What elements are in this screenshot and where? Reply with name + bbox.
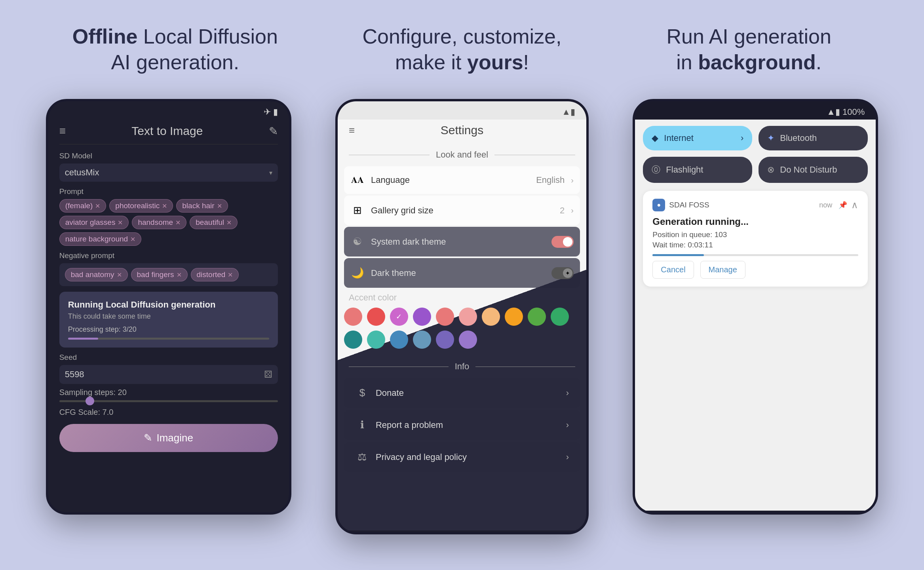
notif-collapse-icon[interactable]: ∧ xyxy=(851,200,858,211)
tile-bluetooth[interactable]: ✦ Bluetooth xyxy=(759,126,868,150)
tag-handsome[interactable]: handsome ✕ xyxy=(132,216,186,229)
color-12[interactable] xyxy=(367,331,385,349)
privacy-icon: ⚖ xyxy=(355,451,369,463)
language-label: Language xyxy=(371,175,530,185)
heading-1-bold: Offline xyxy=(72,25,138,48)
heading-1: Offline Local DiffusionAI generation. xyxy=(32,24,319,75)
dark-theme-toggle[interactable]: ✦ xyxy=(551,267,574,279)
neg-tag-fingers[interactable]: bad fingers ✕ xyxy=(131,268,188,281)
color-1[interactable] xyxy=(344,308,362,326)
donate-arrow: › xyxy=(566,388,569,398)
p1-sdmodel-box[interactable]: cetusMix ▾ xyxy=(59,163,278,182)
color-16[interactable] xyxy=(459,331,477,349)
color-15[interactable] xyxy=(436,331,454,349)
accent-label-row: Accent color xyxy=(338,289,586,304)
heading-2-bold: yours xyxy=(467,51,523,74)
tag-beautiful[interactable]: beautiful ✕ xyxy=(190,216,238,229)
report-icon: ℹ xyxy=(355,419,369,431)
heading-3-bold: background xyxy=(698,51,816,74)
setting-system-dark[interactable]: ☯ System dark theme xyxy=(344,227,580,256)
setting-gallery[interactable]: ⊞ Gallery grid size 2 › xyxy=(344,196,580,225)
notif-manage-btn[interactable]: Manage xyxy=(700,261,745,279)
tag-nature[interactable]: nature background ✕ xyxy=(59,232,141,246)
report-row[interactable]: ℹ Report a problem › xyxy=(344,410,580,440)
report-label: Report a problem xyxy=(376,420,560,430)
color-6[interactable] xyxy=(459,308,477,326)
setting-dark-theme[interactable]: 🌙 Dark theme ✦ xyxy=(344,258,580,288)
internet-arrow: › xyxy=(741,133,743,143)
internet-label: Internet xyxy=(664,133,694,143)
p2-settings-list: 𝐀𝐀 Language English › ⊞ Gallery grid siz… xyxy=(338,166,586,288)
language-icon: 𝐀𝐀 xyxy=(350,175,365,185)
privacy-arrow: › xyxy=(566,452,569,462)
toggle-dark-thumb: ✦ xyxy=(563,268,572,278)
p1-neg-box: bad anatomy ✕ bad fingers ✕ distorted ✕ xyxy=(59,263,278,286)
color-7[interactable] xyxy=(482,308,500,326)
tag-photorealistic[interactable]: photorealistic ✕ xyxy=(109,199,173,213)
p1-steps-slider[interactable] xyxy=(59,400,278,402)
color-2[interactable] xyxy=(367,308,385,326)
system-dark-toggle[interactable] xyxy=(551,236,574,248)
p1-seed-value: 5598 xyxy=(65,369,84,380)
color-14[interactable] xyxy=(413,331,431,349)
p3-content: ◆ Internet › ✦ Bluetooth ⓪ Flashlight ⊗ xyxy=(635,120,876,511)
tile-flashlight[interactable]: ⓪ Flashlight xyxy=(643,157,752,183)
neg-tag-anatomy[interactable]: bad anatomy ✕ xyxy=(65,268,128,281)
gallery-icon: ⊞ xyxy=(350,204,365,217)
color-4[interactable] xyxy=(413,308,431,326)
tile-internet[interactable]: ◆ Internet › xyxy=(643,126,752,150)
notif-app-icon: ● xyxy=(652,199,665,211)
donate-icon: $ xyxy=(355,387,369,399)
p2-look-divider: Look and feel xyxy=(338,143,586,166)
tile-dnd[interactable]: ⊗ Do Not Disturb xyxy=(759,157,868,183)
p1-status-right: ✈ ▮ xyxy=(264,107,278,117)
notif-title: Generation running... xyxy=(652,216,858,227)
setting-language[interactable]: 𝐀𝐀 Language English › xyxy=(344,166,580,194)
p2-status-bar: ▲▮ xyxy=(338,101,586,120)
dnd-label: Do Not Disturb xyxy=(780,165,837,175)
p1-seed-label: Seed xyxy=(59,353,278,362)
color-5[interactable] xyxy=(436,308,454,326)
dice-icon[interactable]: ⚄ xyxy=(264,369,272,380)
system-dark-icon: ☯ xyxy=(350,236,365,248)
tag-aviator[interactable]: aviator glasses ✕ xyxy=(59,216,129,229)
color-11[interactable] xyxy=(344,331,362,349)
p2-info-divider: Info xyxy=(338,355,586,378)
p3-status-right: ▲▮ 100% xyxy=(827,107,865,117)
notif-cancel-btn[interactable]: Cancel xyxy=(652,261,694,279)
p1-status-bar: ✈ ▮ xyxy=(48,101,289,120)
color-9[interactable] xyxy=(528,308,546,326)
notif-actions: Cancel Manage xyxy=(652,261,858,279)
report-arrow: › xyxy=(566,420,569,430)
dnd-icon: ⊗ xyxy=(767,165,774,175)
color-3[interactable]: ✓ xyxy=(390,308,408,326)
p2-toolbar: ≡ Settings xyxy=(338,120,586,143)
p2-status-right: ▲▮ xyxy=(562,107,575,117)
donate-label: Donate xyxy=(376,388,560,398)
tag-female[interactable]: (female) ✕ xyxy=(59,199,106,213)
tag-black-hair[interactable]: black hair ✕ xyxy=(176,199,228,213)
p1-seed-row[interactable]: 5598 ⚄ xyxy=(59,365,278,384)
p2-menu-icon[interactable]: ≡ xyxy=(349,124,355,137)
p3-status-bar: ▲▮ 100% xyxy=(635,101,876,120)
color-10[interactable] xyxy=(551,308,569,326)
imagine-label: Imagine xyxy=(156,432,193,444)
neg-tag-distorted[interactable]: distorted ✕ xyxy=(191,268,239,281)
p1-menu-icon[interactable]: ≡ xyxy=(59,125,66,137)
privacy-row[interactable]: ⚖ Privacy and legal policy › xyxy=(344,442,580,472)
notif-progress-fill xyxy=(652,254,704,256)
p1-steps-label: Sampling steps: 20 xyxy=(59,388,278,397)
p1-neg-label: Negative prompt xyxy=(59,251,278,260)
donate-row[interactable]: $ Donate › xyxy=(344,378,580,408)
p1-imagine-btn[interactable]: ✎ Imagine xyxy=(59,424,278,452)
color-8[interactable] xyxy=(505,308,523,326)
p1-edit-icon[interactable]: ✎ xyxy=(269,125,278,138)
headings-row: Offline Local DiffusionAI generation. Co… xyxy=(32,24,892,75)
system-dark-label: System dark theme xyxy=(371,237,545,247)
accent-label: Accent color xyxy=(349,293,397,302)
p1-title: Text to Image xyxy=(66,124,269,138)
divider-line-left xyxy=(349,155,430,155)
phone-2: ▲▮ ≡ Settings Look and feel 𝐀𝐀 Language … xyxy=(335,99,589,534)
color-13[interactable] xyxy=(390,331,408,349)
notif-pin-icon: 📌 xyxy=(838,201,847,209)
